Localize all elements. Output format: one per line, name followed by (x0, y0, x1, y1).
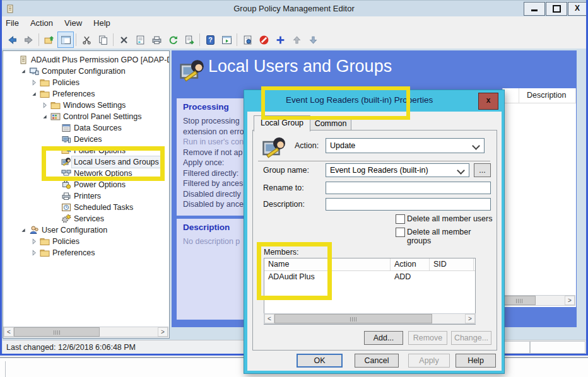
scroll-track (536, 296, 565, 305)
dialog-close-button[interactable]: x (478, 93, 498, 110)
tree-item-local-users-and-groups[interactable]: Local Users and Groups (3, 156, 169, 168)
list-column-cut[interactable] (503, 88, 519, 103)
tree-item-label: Scheduled Tasks (71, 202, 133, 213)
scroll-right-icon[interactable]: > (158, 327, 168, 337)
tree-item-data-sources[interactable]: Data Sources (3, 122, 169, 134)
tree-item-scheduled-tasks[interactable]: Scheduled Tasks (3, 202, 169, 213)
scroll-thumb[interactable] (14, 327, 100, 337)
members-column-sid[interactable]: SID (430, 258, 474, 270)
deny-button[interactable] (256, 32, 272, 48)
menu-file[interactable]: File (0, 16, 25, 30)
cancel-button[interactable]: Cancel (355, 354, 399, 368)
expander-collapsed-icon[interactable] (30, 237, 38, 246)
tree-item-preferences[interactable]: Preferences (3, 88, 169, 100)
tree-item-windows-settings[interactable]: Windows Settings (3, 100, 169, 111)
status-cell (530, 341, 585, 354)
help-button[interactable]: ? (202, 32, 218, 48)
dialog-title: Event Log Readers (built-in) Properties (286, 95, 433, 105)
show-console-tree-button[interactable] (57, 32, 74, 48)
tree-item-label: Services (71, 213, 104, 224)
list-horizontal-scrollbar[interactable]: > (502, 295, 575, 306)
browse-button[interactable]: ... (474, 163, 491, 177)
tree-item-folder-options[interactable]: Folder Options (3, 145, 169, 156)
tree-item-computer-configuration[interactable]: Computer Configuration (3, 66, 169, 77)
tree-item-label: Windows Settings (61, 100, 126, 111)
menu-action[interactable]: Action (25, 16, 59, 30)
maximize-button[interactable] (546, 2, 567, 16)
properties-button[interactable] (132, 32, 148, 48)
refresh-button[interactable] (165, 32, 181, 48)
move-up-button[interactable] (288, 32, 305, 48)
window-title: Group Policy Management Editor (0, 1, 588, 17)
tree-item-user-configuration[interactable]: User Configuration (3, 224, 169, 236)
description-input[interactable] (326, 198, 491, 211)
policy-doc-button[interactable] (239, 32, 256, 48)
ok-button[interactable]: OK (297, 354, 343, 368)
console-tree-pane: ADAudit Plus Permission GPO [ADAP-DC3.AD… (3, 50, 170, 339)
expander-collapsed-icon[interactable] (40, 101, 49, 110)
list-column-description[interactable]: Description (519, 88, 576, 103)
scroll-left-icon[interactable]: < (264, 314, 274, 323)
minimize-button[interactable] (524, 2, 545, 16)
expander-none (51, 203, 60, 212)
delete-member-groups-checkbox[interactable] (396, 228, 405, 237)
expander-collapsed-icon[interactable] (30, 78, 38, 87)
toolbar-separator (113, 33, 114, 46)
tree-item-network-options[interactable]: Network Options (3, 168, 169, 179)
cut-button[interactable] (78, 32, 95, 48)
group-name-select[interactable]: Event Log Readers (built-in) (326, 163, 469, 177)
help-button[interactable]: Help (456, 354, 496, 368)
scroll-right-icon[interactable]: > (565, 296, 575, 305)
tab-common[interactable]: Common (310, 117, 351, 131)
expander-expanded-icon[interactable] (30, 90, 38, 98)
expander-expanded-icon[interactable] (19, 67, 28, 76)
tree-item-power-options[interactable]: Power Options (3, 179, 169, 190)
description-panel-title: Description (183, 223, 230, 232)
menu-help[interactable]: Help (88, 16, 116, 30)
move-down-button[interactable] (305, 32, 321, 48)
add-button[interactable] (272, 32, 288, 48)
tree-item-services[interactable]: Services (3, 213, 169, 224)
menu-view[interactable]: View (59, 16, 88, 30)
scroll-left-icon[interactable]: < (4, 327, 14, 337)
expander-expanded-icon[interactable] (19, 226, 28, 235)
members-column-action[interactable]: Action (391, 258, 430, 270)
exp-collapsed-icon (40, 101, 49, 110)
action-select[interactable]: Update (326, 138, 485, 153)
members-horizontal-scrollbar[interactable]: < > (264, 313, 476, 324)
tree-item-devices[interactable]: Devices (3, 134, 169, 145)
scroll-thumb[interactable] (503, 296, 536, 305)
processing-panel-title: Processing (183, 102, 229, 112)
tree-item-policies[interactable]: Policies (3, 77, 169, 88)
tree-item-control-panel-settings[interactable]: Control Panel Settings (3, 111, 169, 122)
members-cell: ADAudit Plus (264, 271, 391, 282)
export-list-button[interactable] (181, 32, 197, 48)
expander-collapsed-icon[interactable] (30, 248, 38, 257)
rename-to-input[interactable] (326, 182, 491, 194)
tab-local-group[interactable]: Local Group (254, 115, 310, 132)
new-window-button[interactable] (218, 32, 235, 48)
cut-icon (81, 35, 92, 45)
members-row[interactable]: ADAudit PlusADD (264, 271, 475, 282)
local-users-groups-icon (61, 157, 71, 167)
tree-item-adaudit-plus-permission-gpo-adap-dc3-ad[interactable]: ADAudit Plus Permission GPO [ADAP-DC3.AD (3, 54, 169, 66)
up-one-level-button[interactable] (41, 32, 57, 48)
print-button[interactable] (148, 32, 165, 48)
delete-button[interactable] (115, 32, 132, 48)
add-button[interactable]: Add... (364, 331, 403, 345)
expander-expanded-icon[interactable] (40, 112, 49, 121)
forward-arrow-button[interactable] (20, 32, 37, 48)
exp-expanded-icon (19, 226, 28, 235)
tree-horizontal-scrollbar[interactable]: < > (3, 327, 168, 337)
scroll-right-icon[interactable]: > (465, 314, 475, 323)
tree-item-preferences[interactable]: Preferences (3, 247, 169, 258)
copy-button[interactable] (95, 32, 111, 48)
delete-member-users-checkbox[interactable] (396, 214, 405, 224)
members-column-name[interactable]: Name (264, 258, 391, 270)
scroll-thumb[interactable] (274, 314, 432, 323)
chevron-down-icon (457, 166, 465, 175)
tree-item-printers[interactable]: Printers (3, 190, 169, 202)
back-arrow-button[interactable] (4, 32, 20, 48)
tree-item-policies[interactable]: Policies (3, 236, 169, 247)
close-button[interactable]: X (568, 2, 587, 16)
